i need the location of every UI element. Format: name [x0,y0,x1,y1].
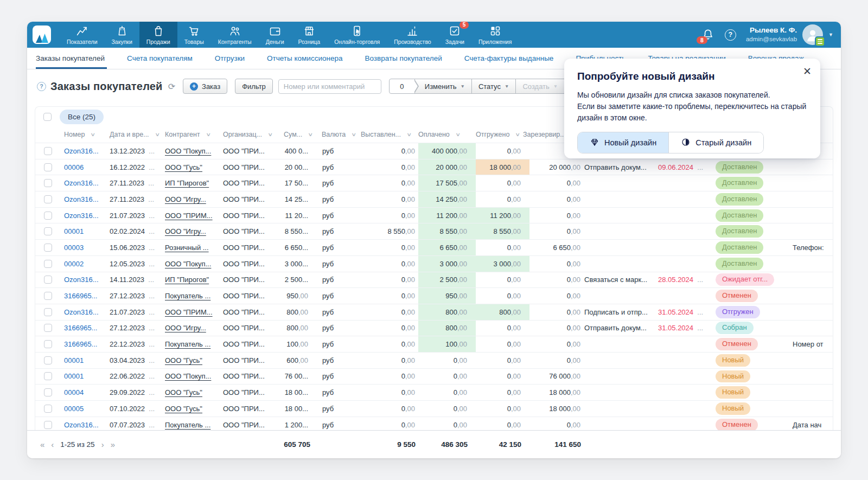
row-checkbox[interactable] [44,372,52,380]
create-button[interactable]: Создать▼ [515,79,565,94]
counterparty-link[interactable]: ИП "Пирогов" [165,179,209,187]
order-number-link[interactable]: 00001 [64,356,84,364]
filter-button[interactable]: Фильтр [235,79,273,94]
row-checkbox[interactable] [44,179,52,187]
title-help-icon[interactable]: ? [37,82,46,91]
tab-возвраты-покупателей[interactable]: Возвраты покупателей [365,48,442,69]
nav-item-indicators[interactable]: Показатели [60,22,105,48]
user-menu[interactable]: Рылеев К. Ф. admin@sevkavlab ▼ [746,24,833,45]
row-checkbox[interactable] [44,388,52,396]
col-header-shipped[interactable]: Отгружено∨ [476,126,529,143]
counterparty-link[interactable]: ООО "Покуп... [165,372,211,380]
counterparty-link[interactable]: ООО "Покуп... [165,260,211,268]
row-checkbox[interactable] [44,308,52,316]
table-row[interactable]: 0000429.09.2022 ...ООО "Гусь"ООО "ПРИ...… [35,384,833,400]
nav-item-retail[interactable]: Розница [291,22,328,48]
tab-заказы-покупателей[interactable]: Заказы покупателей [36,48,105,69]
order-number-link[interactable]: 3166965... [64,340,97,348]
prev-page-button[interactable]: ‹ [51,440,54,449]
table-row[interactable]: Ozon316...21.07.2023 ...ООО "ПРИМ...ООО … [35,207,833,223]
order-number-link[interactable]: 00001 [64,372,84,380]
tab-счета-покупателям[interactable]: Счета покупателям [127,48,193,69]
order-number-link[interactable]: 3166965... [64,324,97,332]
table-row[interactable]: 3166965...22.12.2023 ...Покупатель ...ОО… [35,336,833,352]
table-row[interactable]: 0000315.06.2023 ...Розничный ...ООО "ПРИ… [35,239,833,255]
counterparty-link[interactable]: Покупатель ... [165,421,210,429]
tab-счета-фактуры-выданные[interactable]: Счета-фактуры выданные [464,48,554,69]
col-header-number[interactable]: Номер∨ [60,126,105,143]
col-header-paid[interactable]: Оплачено∨ [418,126,476,143]
table-row[interactable]: 0000122.06.2022 ...ООО "Покуп...ООО "ПРИ… [35,368,833,385]
counterparty-link[interactable]: ООО "Гусь" [165,405,202,413]
row-checkbox[interactable] [44,212,52,220]
counterparty-link[interactable]: ООО "Гусь" [165,388,202,396]
table-row[interactable]: 0000507.10.2022 ...ООО "Гусь"ООО "ПРИ...… [35,400,833,417]
counterparty-link[interactable]: ООО "Гусь" [165,163,202,171]
order-number-link[interactable]: Ozon316... [64,421,99,429]
row-checkbox[interactable] [44,292,52,300]
row-checkbox[interactable] [44,340,52,348]
counterparty-link[interactable]: ООО "Игру... [165,227,206,235]
order-number-link[interactable]: 00001 [64,227,84,235]
counterparty-link[interactable]: ООО "ПРИМ... [165,212,213,220]
row-checkbox[interactable] [44,421,52,429]
row-checkbox[interactable] [44,260,52,268]
counterparty-link[interactable]: ИП "Пирогов" [165,276,209,284]
help-icon[interactable]: ? [725,29,736,41]
col-header-invoiced[interactable]: Выставлен...∨ [348,126,418,143]
order-number-link[interactable]: Ozon316... [64,212,99,220]
nav-item-apps[interactable]: Приложения [471,22,519,48]
col-header-currency[interactable]: Валюта∨ [311,126,348,143]
order-number-link[interactable]: Ozon316... [64,276,99,284]
order-number-link[interactable]: Ozon316... [64,195,99,203]
table-row[interactable]: Ozon316...07.07.2023 ...Покупатель ...ОО… [35,417,833,430]
order-number-link[interactable]: 00002 [64,260,84,268]
app-logo-icon[interactable] [33,25,51,44]
nav-item-goods[interactable]: Товары [177,22,211,48]
table-row[interactable]: 3166965...27.12.2023 ...ООО "Игру...ООО … [35,320,833,336]
notifications-bell-icon[interactable]: 8 [701,28,715,42]
table-row[interactable]: 3166965...27.12.2023 ...Покупатель ...ОО… [35,287,833,304]
counterparty-link[interactable]: ООО "Покуп... [165,147,211,155]
counterparty-link[interactable]: ООО "Игру... [165,324,206,332]
row-checkbox[interactable] [44,227,52,235]
new-design-button[interactable]: Новый дизайн [578,132,668,153]
table-row[interactable]: Ozon316...21.07.2023 ...ООО "ПРИМ...ООО … [35,304,833,320]
col-header-date[interactable]: Дата и вре...∨ [105,126,162,143]
order-number-link[interactable]: Ozon316... [64,147,99,155]
row-checkbox[interactable] [44,244,52,252]
select-all-chip[interactable]: Все (25) [60,110,104,124]
select-all-checkbox[interactable] [43,113,52,121]
col-header-sum[interactable]: Сум...∨ [276,126,311,143]
row-checkbox[interactable] [44,195,52,203]
nav-item-production[interactable]: Производство [387,22,438,48]
counterparty-link[interactable]: Покупатель ... [165,340,210,348]
order-number-link[interactable]: 00005 [64,405,84,413]
nav-item-online-trade[interactable]: Онлайн-торговля [327,22,387,48]
table-row[interactable]: Ozon316...14.11.2023 ...ИП "Пирогов"ООО … [35,272,833,288]
order-number-link[interactable]: 00006 [64,163,84,171]
row-checkbox[interactable] [44,147,52,155]
row-checkbox[interactable] [44,276,52,284]
refresh-icon[interactable]: ⟳ [168,81,175,92]
next-page-button[interactable]: › [101,440,104,449]
order-number-link[interactable]: 3166965... [64,292,97,300]
counterparty-link[interactable]: ООО "Гусь" [165,356,202,364]
last-page-button[interactable]: » [111,440,115,449]
table-row[interactable]: Ozon316...27.11.2023 ...ИП "Пирогов"ООО … [35,175,833,191]
tab-отгрузки[interactable]: Отгрузки [215,48,245,69]
nav-item-tasks[interactable]: 5Задачи [438,22,471,48]
nav-item-purchases[interactable]: Закупки [105,22,139,48]
order-number-link[interactable]: Ozon316... [64,308,99,316]
row-checkbox[interactable] [44,405,52,413]
nav-item-sales[interactable]: Продажи [139,22,177,48]
nav-item-counterparties[interactable]: Контрагенты [211,22,259,48]
order-number-link[interactable]: 00003 [64,244,84,252]
counterparty-link[interactable]: ООО "ПРИМ... [165,308,213,316]
table-row[interactable]: 0000616.12.2022 ...ООО "Гусь"ООО "ПРИ...… [35,159,833,175]
row-checkbox[interactable] [44,163,52,171]
nav-item-money[interactable]: Деньги [259,22,291,48]
old-design-button[interactable]: Старый дизайн [668,132,763,153]
row-checkbox[interactable] [44,356,52,364]
close-icon[interactable]: ✕ [803,66,812,76]
